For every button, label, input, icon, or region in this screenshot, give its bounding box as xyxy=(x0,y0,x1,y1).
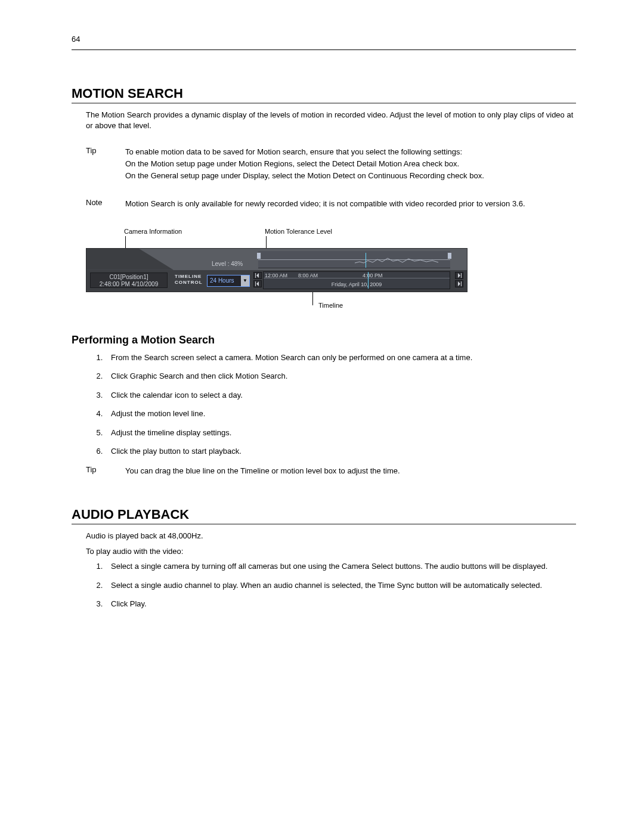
timeline[interactable]: 12:00 AM 8:00 AM 4:00 PM Friday, April 1… xyxy=(263,271,450,289)
callout-camera-info: Camera Information xyxy=(124,228,243,235)
header-rule xyxy=(72,49,576,50)
motion-waveform xyxy=(355,256,438,264)
tip-label: Tip xyxy=(86,465,125,477)
motion-search-figure: Camera Information Motion Tolerance Leve… xyxy=(86,228,467,308)
tip-body: You can drag the blue line on the Timeli… xyxy=(125,465,576,477)
list-item: From the Search screen select a camera. … xyxy=(105,352,576,363)
motion-search-steps: From the Search screen select a camera. … xyxy=(86,352,576,457)
list-item: Click Play. xyxy=(105,599,576,609)
leader-line xyxy=(125,236,126,248)
callout-timeline: Timeline xyxy=(318,302,343,309)
list-item: Click the play button to start playback. xyxy=(105,446,576,457)
leader-line xyxy=(266,236,267,248)
list-item: Click Graphic Search and then click Moti… xyxy=(105,371,576,382)
seek-back-icon[interactable] xyxy=(253,280,262,287)
seek-forward-icon[interactable] xyxy=(455,280,463,287)
camera-info-box: C01[Position1] 2:48:00 PM 4/10/2009 xyxy=(90,272,168,288)
svg-rect-3 xyxy=(461,281,462,286)
audio-line2: To play audio with the video: xyxy=(86,546,576,557)
callout-motion-level: Motion Tolerance Level xyxy=(265,228,332,235)
svg-rect-2 xyxy=(461,273,462,278)
timeline-tick-label: 4:00 PM xyxy=(363,272,383,278)
note-body: Motion Search is only available for newl… xyxy=(125,198,576,210)
subheading-performing-motion-search: Performing a Motion Search xyxy=(72,334,576,346)
seek-back-icon[interactable] xyxy=(253,272,262,279)
leader-line xyxy=(312,292,313,305)
level-handle-right[interactable] xyxy=(447,252,452,259)
level-handle-left[interactable] xyxy=(256,252,261,259)
list-item: Select a single audio channel to play. W… xyxy=(105,580,576,591)
timeline-date-label: Friday, April 10, 2009 xyxy=(264,281,450,287)
list-item: Adjust the timeline display settings. xyxy=(105,428,576,438)
motion-search-steps-tip: Tip You can drag the blue line on the Ti… xyxy=(86,465,576,477)
timeline-tick-label: 12:00 AM xyxy=(265,272,287,278)
timeline-control-label: TIMELINECONTROL xyxy=(175,274,203,286)
tip-label: Tip xyxy=(86,146,125,182)
seek-buttons-right xyxy=(455,271,463,288)
motion-level-readout: Level : 48% xyxy=(212,261,243,267)
section-title-motion-search: MOTION SEARCH xyxy=(72,86,576,104)
section-title-audio-playback: AUDIO PLAYBACK xyxy=(72,507,576,525)
seek-buttons-left xyxy=(253,271,262,288)
note-label: Note xyxy=(86,198,125,210)
list-item: Select a single camera by turning off al… xyxy=(105,561,576,572)
svg-rect-0 xyxy=(255,273,256,278)
page-number: 64 xyxy=(72,35,576,44)
audio-line1: Audio is played back at 48,000Hz. xyxy=(86,531,576,541)
list-item: Click the calendar icon to select a day. xyxy=(105,390,576,401)
motion-search-tip: Tip To enable motion data to be saved fo… xyxy=(86,146,576,182)
list-item: Adjust the motion level line. xyxy=(105,408,576,419)
tip-body: To enable motion data to be saved for Mo… xyxy=(125,146,576,182)
motion-search-note: Note Motion Search is only available for… xyxy=(86,198,576,210)
timeline-panel: Level : 48% C01[Position1] 2:48:00 PM 4/… xyxy=(86,248,467,292)
timeline-range-value: 24 Hours xyxy=(208,277,241,284)
chevron-down-icon[interactable]: ▼ xyxy=(241,275,249,286)
seek-forward-icon[interactable] xyxy=(455,272,463,279)
tip-line1: To enable motion data to be saved for Mo… xyxy=(125,147,462,156)
svg-rect-1 xyxy=(255,281,256,286)
motion-search-intro: The Motion Search provides a dynamic dis… xyxy=(86,110,576,131)
timeline-tick-label: 8:00 AM xyxy=(298,272,318,278)
motion-level-track[interactable] xyxy=(258,251,450,268)
audio-playback-steps: Select a single camera by turning off al… xyxy=(86,561,576,609)
timeline-range-select[interactable]: 24 Hours ▼ xyxy=(207,275,250,287)
